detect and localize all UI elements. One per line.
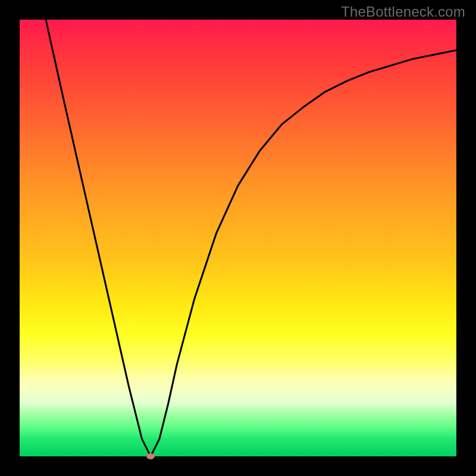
- optimal-point-marker: [146, 453, 155, 459]
- bottleneck-curve: [20, 20, 456, 456]
- plot-area: [20, 20, 456, 456]
- chart-frame: TheBottleneck.com: [0, 0, 476, 476]
- watermark-text: TheBottleneck.com: [341, 4, 465, 20]
